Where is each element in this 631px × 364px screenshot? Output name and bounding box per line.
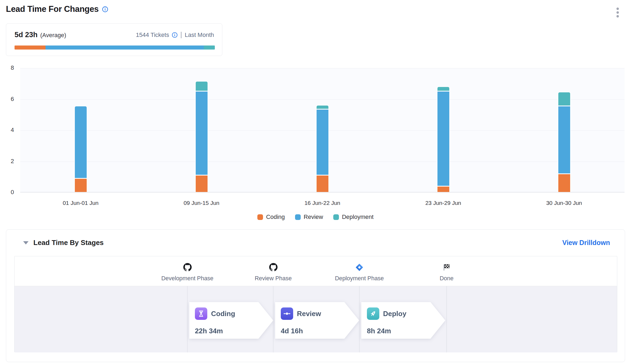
bar-23Jun-29Jun[interactable] <box>437 86 450 192</box>
legend-label: Coding <box>266 214 285 220</box>
hourglass-icon <box>195 307 207 320</box>
stage-card-coding[interactable]: Coding 22h 34m <box>189 302 273 339</box>
github-icon <box>144 256 230 271</box>
rocket-icon <box>367 307 379 320</box>
stage-duration: 8h 24m <box>367 327 445 335</box>
collapse-triangle-icon[interactable] <box>23 241 29 244</box>
legend-item-review[interactable]: Review <box>295 214 323 220</box>
x-axis-label: 23 Jun-29 Jun <box>400 200 486 206</box>
period-label: Last Month <box>185 32 214 38</box>
chart-plot <box>20 68 625 192</box>
summary-segment-deployment <box>204 46 215 50</box>
y-axis-tick: 6 <box>2 96 14 103</box>
gridline-y6 <box>20 99 625 100</box>
legend-item-coding[interactable]: Coding <box>257 214 285 220</box>
summary-card: 5d 23h (Average) 1544 Tickets Last Month <box>6 23 222 56</box>
summary-progress-bar <box>15 46 215 50</box>
phase-done: Done <box>404 256 490 282</box>
phase-deployment-phase: Deployment Phase <box>316 256 402 282</box>
bar-01Jun-01Jun[interactable] <box>74 106 87 192</box>
y-axis-tick: 4 <box>2 127 14 134</box>
column-divider <box>446 286 447 352</box>
phase-label: Deployment Phase <box>316 275 402 282</box>
github-icon <box>230 256 316 271</box>
y-axis-tick: 8 <box>2 64 14 71</box>
page-title-row: Lead Time For Changes <box>6 4 108 14</box>
x-axis-label: 01 Jun-01 Jun <box>38 200 124 206</box>
stage-label: Coding <box>211 310 235 318</box>
bar-segment-deployment[interactable] <box>317 106 328 109</box>
y-axis-tick: 2 <box>2 158 14 165</box>
title-info-icon[interactable] <box>102 6 108 12</box>
phase-label: Review Phase <box>230 275 316 282</box>
bar-09Jun-15Jun[interactable] <box>195 81 208 192</box>
bar-segment-coding[interactable] <box>437 187 449 192</box>
stages-table: Development PhaseReview PhaseDeployment … <box>14 256 617 352</box>
bar-16Jun-22Jun[interactable] <box>316 105 329 192</box>
x-axis-label: 30 Jun-30 Jun <box>521 200 607 206</box>
x-axis-label: 09 Jun-15 Jun <box>159 200 245 206</box>
stages-section: Lead Time By Stages View Drilldown Devel… <box>6 229 625 362</box>
bar-segment-review[interactable] <box>558 106 570 173</box>
git-commit-icon <box>281 307 293 320</box>
phase-development-phase: Development Phase <box>144 256 230 282</box>
bar-segment-review[interactable] <box>75 106 87 178</box>
stage-card-deploy[interactable]: Deploy 8h 24m <box>361 302 445 339</box>
view-drilldown-link[interactable]: View Drilldown <box>562 239 610 247</box>
average-label: (Average) <box>40 32 66 39</box>
stage-label: Deploy <box>383 310 406 318</box>
checkered-flag-icon <box>404 256 490 271</box>
stages-title: Lead Time By Stages <box>33 239 104 247</box>
column-divider <box>187 286 188 352</box>
jira-diamond-icon <box>316 256 402 271</box>
tickets-info-icon[interactable] <box>172 32 178 38</box>
bar-segment-coding[interactable] <box>75 179 87 192</box>
summary-segment-coding <box>15 46 45 50</box>
bar-segment-deployment[interactable] <box>558 92 570 106</box>
phase-review-phase: Review Phase <box>230 256 316 282</box>
gridline-y8 <box>20 68 625 68</box>
bar-segment-coding[interactable] <box>558 174 570 192</box>
page-title: Lead Time For Changes <box>6 4 99 14</box>
legend-swatch <box>295 214 301 220</box>
legend-label: Review <box>304 214 323 220</box>
x-axis-label: 16 Jun-22 Jun <box>279 200 366 206</box>
phase-label: Done <box>404 275 490 282</box>
bar-segment-deployment[interactable] <box>437 87 449 91</box>
stage-duration: 4d 16h <box>281 327 359 335</box>
bar-30Jun-30Jun[interactable] <box>558 92 571 192</box>
kebab-menu-icon[interactable] <box>614 8 621 18</box>
stage-duration: 22h 34m <box>195 327 273 335</box>
bar-segment-deployment[interactable] <box>196 82 208 91</box>
divider <box>181 32 181 38</box>
bar-segment-coding[interactable] <box>196 176 208 192</box>
summary-segment-review <box>45 46 204 50</box>
legend-swatch <box>257 214 263 220</box>
bar-segment-coding[interactable] <box>317 176 328 192</box>
bar-segment-review[interactable] <box>196 92 208 175</box>
legend-item-deployment[interactable]: Deployment <box>333 214 373 220</box>
average-value: 5d 23h <box>15 31 38 39</box>
tickets-count: 1544 Tickets <box>136 32 169 38</box>
stage-label: Review <box>297 310 321 318</box>
phase-label: Development Phase <box>144 275 230 282</box>
column-divider <box>359 286 360 352</box>
legend-label: Deployment <box>342 214 373 220</box>
bar-segment-review[interactable] <box>317 110 328 175</box>
y-axis-tick: 0 <box>2 189 14 196</box>
lead-time-dashboard: Lead Time For Changes 5d 23h (Average) 1… <box>0 0 631 364</box>
chart-legend: CodingReviewDeployment <box>0 214 631 220</box>
legend-swatch <box>333 214 339 220</box>
bar-segment-review[interactable] <box>437 92 449 186</box>
stage-card-review[interactable]: Review 4d 16h <box>275 302 359 339</box>
